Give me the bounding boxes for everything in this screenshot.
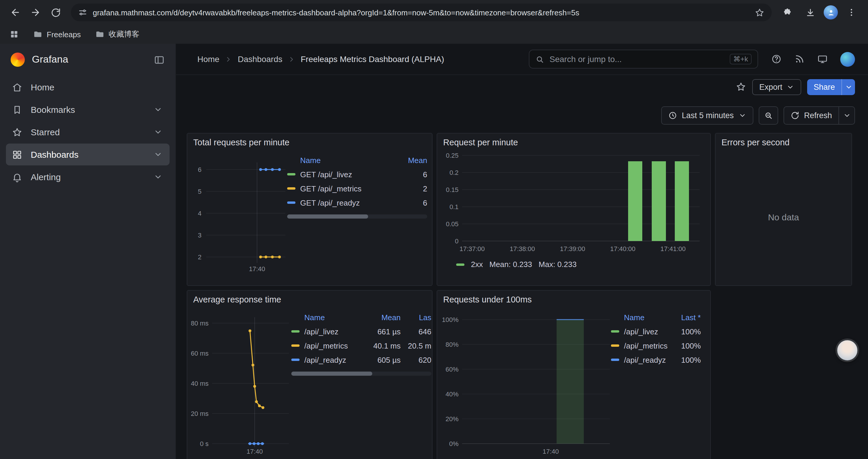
y-tick-label: 20 ms bbox=[191, 410, 209, 417]
legend-series-name[interactable]: 2xx bbox=[471, 260, 483, 269]
site-settings-icon[interactable] bbox=[78, 8, 88, 17]
sidebar-item-dashboards[interactable]: Dashboards bbox=[6, 143, 169, 165]
y-tick-label: 0% bbox=[449, 440, 459, 448]
scrollbar-thumb[interactable] bbox=[287, 215, 368, 219]
sidebar-item-home[interactable]: Home bbox=[6, 76, 169, 98]
total-requests-chart[interactable]: 6 5 4 3 2 17:40 bbox=[191, 148, 287, 282]
bookmark-folder-freeleaps[interactable]: Freeleaps bbox=[33, 30, 81, 39]
browser-toolbar: grafana.mathmast.com/d/deytv4rwavabkb/fr… bbox=[0, 0, 868, 25]
time-range-button[interactable]: Last 5 minutes bbox=[661, 106, 753, 124]
legend-col-last[interactable]: Last * bbox=[681, 313, 701, 322]
folder-icon bbox=[95, 30, 104, 39]
breadcrumb-dashboards[interactable]: Dashboards bbox=[238, 54, 282, 64]
y-tick-label: 40 ms bbox=[191, 380, 209, 387]
legend-col-last[interactable]: Las bbox=[405, 313, 431, 322]
request-per-minute-chart[interactable]: 0.25 0.2 0.15 0.1 0.05 0 17:37:00 bbox=[437, 148, 710, 259]
screen: grafana.mathmast.com/d/deytv4rwavabkb/fr… bbox=[0, 0, 868, 459]
url-bar[interactable]: grafana.mathmast.com/d/deytv4rwavabkb/fr… bbox=[71, 4, 772, 21]
favorite-star-icon[interactable] bbox=[736, 81, 746, 92]
panel-title[interactable]: Request per minute bbox=[437, 133, 710, 148]
chevron-down-icon[interactable] bbox=[154, 150, 162, 159]
refresh-icon bbox=[790, 111, 799, 120]
chevron-down-icon[interactable] bbox=[154, 172, 162, 182]
chevron-down-icon bbox=[845, 83, 852, 91]
grafana-logo[interactable] bbox=[11, 53, 25, 67]
legend-row[interactable]: /api/_metrics 40.1 ms 20.5 m bbox=[291, 338, 431, 353]
main-area: Home Dashboards Freeleaps Metrics Dashbo… bbox=[176, 44, 868, 459]
share-split-button: Share bbox=[807, 79, 855, 95]
series-color-swatch bbox=[287, 173, 296, 175]
export-button[interactable]: Export bbox=[752, 79, 801, 95]
legend-row[interactable]: GET /api/_readyz 6 bbox=[287, 196, 427, 210]
sidebar-item-starred[interactable]: Starred bbox=[6, 121, 169, 143]
legend-row[interactable]: /api/_livez 661 µs 646 bbox=[291, 324, 431, 338]
search-input[interactable]: Search or jump to... ⌘+k bbox=[529, 50, 758, 68]
legend-table: Name Mean GET /api/_livez 6 bbox=[287, 148, 427, 282]
y-tick-label: 60 ms bbox=[191, 350, 209, 357]
forward-icon[interactable] bbox=[26, 3, 45, 22]
legend-scroll[interactable] bbox=[291, 371, 431, 376]
news-rss-icon[interactable] bbox=[794, 54, 805, 64]
share-button[interactable]: Share bbox=[807, 79, 841, 95]
search-shortcut-badge: ⌘+k bbox=[730, 54, 752, 64]
sidebar-item-alerting[interactable]: Alerting bbox=[6, 166, 169, 188]
user-avatar[interactable] bbox=[840, 52, 855, 66]
refresh-button[interactable]: Refresh bbox=[783, 106, 839, 124]
under-100ms-chart[interactable]: 100% 80% 60% 40% 20% 0% 17:40 bbox=[441, 305, 611, 459]
sidebar-collapse-icon[interactable] bbox=[154, 54, 165, 65]
browser-profile-avatar[interactable] bbox=[824, 5, 838, 20]
average-response-chart[interactable]: 80 ms 60 ms 40 ms 20 ms 0 s 17:40 bbox=[191, 305, 291, 459]
dashboard-toolbar: Export Share bbox=[176, 75, 868, 99]
sidebar-nav: Home Bookmarks Starred bbox=[0, 76, 176, 188]
refresh-split-button: Refresh bbox=[783, 106, 855, 124]
legend-inline: 2xx Mean: 0.233 Max: 0.233 bbox=[437, 259, 710, 273]
scrollbar-thumb[interactable] bbox=[291, 371, 373, 376]
panel-title[interactable]: Total requests per minute bbox=[187, 133, 432, 148]
chevron-down-icon[interactable] bbox=[154, 105, 162, 114]
breadcrumb-home[interactable]: Home bbox=[197, 54, 219, 64]
legend-row[interactable]: /api/_readyz 605 µs 620 bbox=[291, 353, 431, 367]
refresh-interval-caret[interactable] bbox=[839, 106, 855, 124]
legend-row[interactable]: /api/_metrics 100% bbox=[611, 338, 701, 353]
help-icon[interactable] bbox=[771, 54, 782, 64]
panel-title[interactable]: Requests under 100ms bbox=[437, 291, 710, 305]
x-tick-label: 17:40 bbox=[246, 448, 262, 455]
series-metrics bbox=[250, 331, 263, 407]
bookmark-folder-blogs[interactable]: 收藏博客 bbox=[95, 29, 140, 40]
legend-row[interactable]: GET /api/_livez 6 bbox=[287, 167, 427, 182]
chevron-down-icon[interactable] bbox=[154, 128, 162, 136]
legend-scrollbar[interactable] bbox=[287, 215, 427, 219]
url-text[interactable]: grafana.mathmast.com/d/deytv4rwavabkb/fr… bbox=[93, 8, 749, 17]
y-tick-label: 60% bbox=[445, 366, 459, 373]
header-icons bbox=[771, 52, 855, 66]
folder-icon bbox=[33, 30, 42, 39]
grafana-app: Grafana Home Bookmarks bbox=[0, 44, 868, 459]
sidebar-item-bookmarks[interactable]: Bookmarks bbox=[6, 99, 169, 121]
extensions-icon[interactable] bbox=[778, 3, 797, 22]
legend-col-mean[interactable]: Mean bbox=[368, 313, 401, 322]
legend-row[interactable]: /api/_readyz 100% bbox=[611, 353, 701, 367]
kiosk-monitor-icon[interactable] bbox=[817, 54, 828, 64]
share-caret-button[interactable] bbox=[841, 79, 855, 95]
zoom-out-button[interactable] bbox=[758, 106, 778, 124]
panel-title[interactable]: Average response time bbox=[187, 291, 432, 305]
legend-col-name[interactable]: Name bbox=[304, 313, 363, 322]
legend-col-mean[interactable]: Mean bbox=[408, 156, 427, 165]
series-color-swatch bbox=[287, 187, 296, 190]
y-tick-label: 0.1 bbox=[450, 203, 459, 210]
apps-grid-icon[interactable] bbox=[9, 30, 19, 39]
reload-icon[interactable] bbox=[46, 3, 65, 22]
y-tick-label: 4 bbox=[198, 210, 202, 217]
legend-table: Name Mean Las /api/_livez 661 µs 646 bbox=[291, 305, 431, 459]
bookmark-star-icon[interactable] bbox=[754, 7, 765, 18]
browser-menu-icon[interactable] bbox=[842, 3, 861, 22]
floating-assistant-avatar[interactable] bbox=[837, 340, 858, 361]
panel-title[interactable]: Errors per second bbox=[716, 133, 851, 148]
legend-row[interactable]: GET /api/_metrics 2 bbox=[287, 182, 427, 196]
legend-row[interactable]: /api/_livez 100% bbox=[611, 324, 701, 338]
legend-col-name[interactable]: Name bbox=[624, 313, 677, 322]
legend-col-name[interactable]: Name bbox=[300, 156, 403, 165]
series-color-swatch bbox=[291, 345, 300, 347]
back-icon[interactable] bbox=[6, 3, 25, 22]
downloads-icon[interactable] bbox=[801, 3, 819, 22]
